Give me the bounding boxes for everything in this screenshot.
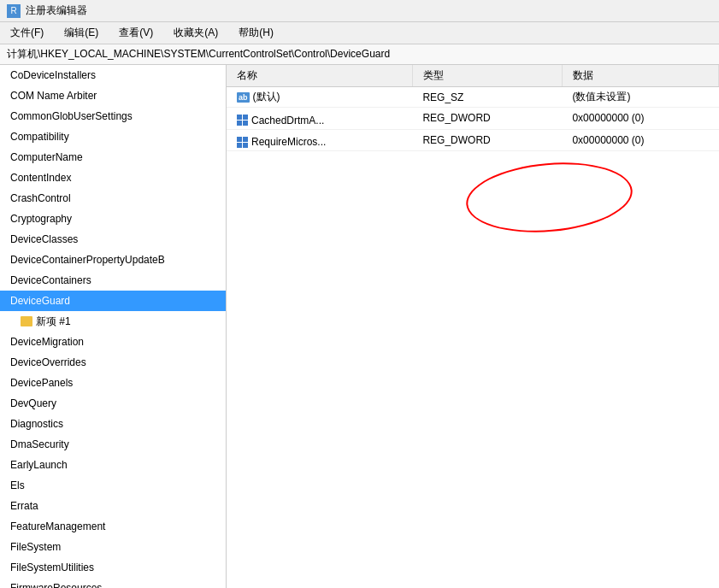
tree-item[interactable]: DeviceOverrides — [0, 352, 226, 373]
col-header-data: 数据 — [562, 65, 718, 87]
table-row[interactable]: RequireMicros...REG_DWORD0x00000000 (0) — [227, 129, 719, 151]
tree-item[interactable]: DmaSecurity — [0, 434, 226, 455]
tree-item[interactable]: ComputerName — [0, 147, 226, 168]
tree-item[interactable]: DeviceContainers — [0, 270, 226, 291]
tree-item[interactable]: CrashControl — [0, 188, 226, 209]
address-bar: 计算机\HKEY_LOCAL_MACHINE\SYSTEM\CurrentCon… — [0, 44, 719, 65]
cell-name: RequireMicros... — [227, 129, 412, 151]
tree-item[interactable]: FileSystem — [0, 537, 226, 557]
tree-item[interactable]: Cryptography — [0, 209, 226, 229]
detail-pane: 名称 类型 数据 ab(默认)REG_SZ(数值未设置)CachedDrtmA.… — [227, 65, 719, 588]
tree-item[interactable]: DeviceContainerPropertyUpdateB — [0, 250, 226, 270]
tree-item[interactable]: EarlyLaunch — [0, 455, 226, 475]
menu-item[interactable]: 查看(V) — [115, 24, 156, 42]
cell-type: REG_SZ — [412, 87, 562, 108]
tree-item[interactable]: COM Name Arbiter — [0, 85, 226, 106]
table-header-row: 名称 类型 数据 — [227, 65, 719, 87]
folder-icon — [21, 316, 32, 326]
tree-item[interactable]: CommonGlobUserSettings — [0, 106, 226, 126]
cell-data: 0x00000000 (0) — [562, 108, 718, 130]
tree-item[interactable]: DeviceMigration — [0, 332, 226, 352]
tree-item[interactable]: CoDeviceInstallers — [0, 65, 226, 85]
tree-item[interactable]: DeviceClasses — [0, 229, 226, 250]
cell-type: REG_DWORD — [412, 129, 562, 151]
detail-table: 名称 类型 数据 ab(默认)REG_SZ(数值未设置)CachedDrtmA.… — [227, 65, 719, 151]
tree-item[interactable]: FirmwareResources — [0, 578, 226, 588]
menu-bar: 文件(F)编辑(E)查看(V)收藏夹(A)帮助(H) — [0, 22, 719, 44]
tree-item[interactable]: Diagnostics — [0, 414, 226, 434]
tree-item[interactable]: Compatibility — [0, 126, 226, 147]
title-bar: R 注册表编辑器 — [0, 0, 719, 22]
tree-pane: CoDeviceInstallersCOM Name ArbiterCommon… — [0, 65, 227, 588]
menu-item[interactable]: 收藏夹(A) — [170, 24, 221, 42]
app-icon: R — [7, 4, 21, 18]
cell-name: ab(默认) — [227, 87, 412, 108]
main-content: CoDeviceInstallersCOM Name ArbiterCommon… — [0, 65, 719, 588]
tree-item[interactable]: FileSystemUtilities — [0, 557, 226, 578]
annotation-circle — [463, 156, 635, 239]
tree-item[interactable]: Errata — [0, 496, 226, 516]
tree-item[interactable]: ContentIndex — [0, 168, 226, 188]
tree-item[interactable]: DevicePanels — [0, 373, 226, 393]
tree-item[interactable]: DevQuery — [0, 393, 226, 414]
tree-item[interactable]: FeatureManagement — [0, 516, 226, 537]
menu-item[interactable]: 帮助(H) — [235, 24, 277, 42]
menu-item[interactable]: 文件(F) — [7, 24, 47, 42]
cell-name: CachedDrtmA... — [227, 108, 412, 130]
address-path: 计算机\HKEY_LOCAL_MACHINE\SYSTEM\CurrentCon… — [7, 48, 390, 60]
table-row[interactable]: ab(默认)REG_SZ(数值未设置) — [227, 87, 719, 108]
table-row[interactable]: CachedDrtmA...REG_DWORD0x00000000 (0) — [227, 108, 719, 130]
title-bar-text: 注册表编辑器 — [26, 3, 87, 18]
cell-data: (数值未设置) — [562, 87, 718, 108]
menu-item[interactable]: 编辑(E) — [61, 24, 102, 42]
tree-item[interactable]: 新项 #1 — [0, 311, 226, 332]
col-header-name: 名称 — [227, 65, 412, 87]
cell-data: 0x00000000 (0) — [562, 129, 718, 151]
tree-item[interactable]: Els — [0, 475, 226, 496]
tree-item[interactable]: DeviceGuard — [0, 291, 226, 311]
col-header-type: 类型 — [412, 65, 562, 87]
cell-type: REG_DWORD — [412, 108, 562, 130]
